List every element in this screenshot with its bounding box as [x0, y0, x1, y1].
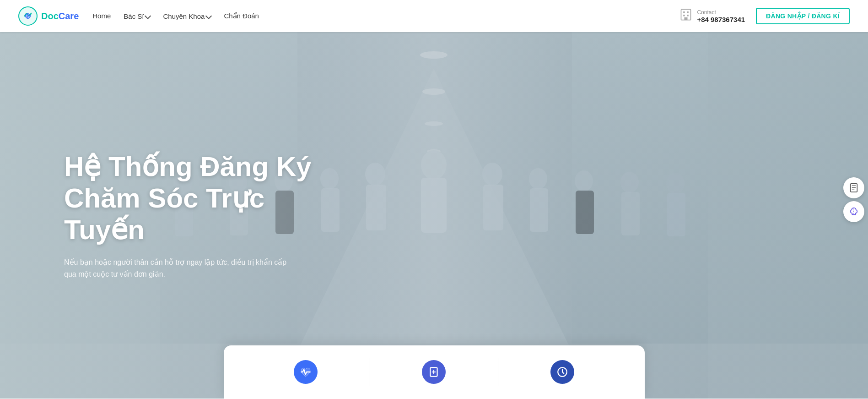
- navbar-right: Contact +84 987367341 ĐĂNG NHẬP / ĐĂNG K…: [679, 8, 850, 24]
- svg-rect-42: [851, 183, 857, 191]
- contact-info: Contact +84 987367341: [679, 8, 745, 24]
- clipboard-plus-icon-wrap: [422, 360, 446, 384]
- side-button-brain[interactable]: [843, 201, 864, 222]
- chevron-down-icon-2: [205, 13, 212, 19]
- hero-section: Hệ Thống Đăng Ký Chăm Sóc Trực Tuyến Nếu…: [0, 32, 868, 399]
- nav-item-bacsi[interactable]: Bác Sĩ: [124, 12, 150, 20]
- book-icon: [849, 183, 859, 193]
- logo[interactable]: DocCare: [18, 6, 79, 26]
- svg-rect-5: [684, 15, 685, 16]
- contact-label: Contact: [697, 9, 745, 16]
- logo-text: DocCare: [41, 11, 79, 22]
- nav-link-home[interactable]: Home: [92, 12, 111, 20]
- heart-pulse-icon: [300, 366, 312, 378]
- logo-icon: [18, 6, 38, 26]
- nav-link-chandoan[interactable]: Chẩn Đoán: [224, 12, 259, 20]
- auth-button[interactable]: ĐĂNG NHẬP / ĐĂNG KÍ: [756, 8, 850, 24]
- hero-content: Hệ Thống Đăng Ký Chăm Sóc Trực Tuyến Nếu…: [0, 151, 320, 280]
- hero-subtitle: Nếu bạn hoặc người thân cần hỗ trợ ngay …: [64, 257, 293, 280]
- nav-dropdown-bacsi[interactable]: Bác Sĩ: [124, 12, 150, 20]
- chevron-down-icon: [145, 13, 151, 19]
- clock-icon-wrap: [550, 360, 574, 384]
- card-item-health: [242, 360, 370, 384]
- nav-link-bacsi[interactable]: Bác Sĩ: [124, 12, 144, 20]
- contact-text-block: Contact +84 987367341: [697, 9, 745, 23]
- card-item-schedule: [498, 360, 626, 384]
- svg-rect-4: [687, 11, 689, 13]
- clock-icon: [556, 366, 568, 378]
- svg-rect-7: [685, 17, 688, 20]
- navbar-left: DocCare Home Bác Sĩ Chuyên Khoa Ch: [18, 6, 259, 26]
- bottom-card-strip: [224, 345, 645, 399]
- nav-item-home[interactable]: Home: [92, 12, 111, 20]
- heart-pulse-icon-wrap: [294, 360, 318, 384]
- svg-rect-6: [687, 15, 689, 16]
- nav-dropdown-chuyenkhoa[interactable]: Chuyên Khoa: [163, 12, 211, 20]
- nav-links: Home Bác Sĩ Chuyên Khoa Chẩn Đoán: [92, 12, 259, 20]
- nav-link-chuyenkhoa[interactable]: Chuyên Khoa: [163, 12, 205, 20]
- card-item-appointment: [370, 360, 498, 384]
- side-button-book[interactable]: [843, 177, 864, 198]
- side-float-buttons: [843, 177, 868, 222]
- nav-item-chandoan[interactable]: Chẩn Đoán: [224, 12, 259, 20]
- nav-item-chuyenkhoa[interactable]: Chuyên Khoa: [163, 12, 211, 20]
- navbar: DocCare Home Bác Sĩ Chuyên Khoa Ch: [0, 0, 868, 32]
- building-icon: [679, 8, 692, 24]
- clipboard-plus-icon: [428, 366, 440, 378]
- svg-rect-3: [684, 11, 685, 13]
- hero-title: Hệ Thống Đăng Ký Chăm Sóc Trực Tuyến: [64, 151, 320, 246]
- contact-number: +84 987367341: [697, 16, 745, 23]
- brain-icon: [849, 207, 859, 217]
